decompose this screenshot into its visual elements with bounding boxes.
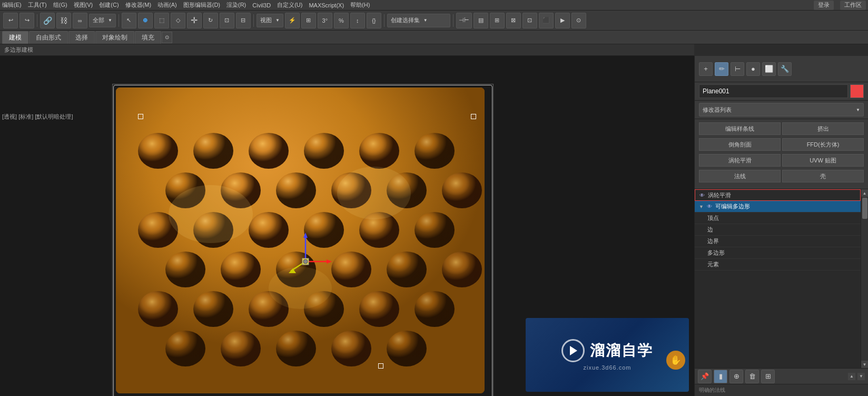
- selection-set-dropdown[interactable]: 创建选择集: [387, 14, 450, 27]
- modifier-element[interactable]: 元素: [695, 259, 861, 271]
- modifier-editable-poly[interactable]: ▼ 👁 可编辑多边形: [695, 201, 861, 213]
- svg-point-29: [359, 291, 399, 327]
- percent-snap[interactable]: %: [334, 13, 349, 28]
- modify-panel-btn[interactable]: ✏: [715, 62, 728, 76]
- select-move-button[interactable]: ⊕: [138, 13, 153, 28]
- tab-paint-deform[interactable]: 对象绘制: [95, 31, 134, 44]
- scroll-up-btn[interactable]: ▲: [861, 189, 869, 197]
- snap-toggle[interactable]: ⊞: [301, 13, 316, 28]
- extrude-btn[interactable]: 挤出: [782, 122, 864, 135]
- angle-snap[interactable]: 3°: [318, 13, 332, 28]
- object-color-swatch[interactable]: [850, 84, 864, 98]
- select-lasso-button[interactable]: ◇: [171, 13, 185, 28]
- render-setup[interactable]: ⬛: [539, 13, 554, 28]
- editable-poly-eye-icon[interactable]: 👁: [707, 204, 712, 209]
- link-button[interactable]: 🔗: [40, 13, 55, 28]
- panel-scroll-up[interactable]: ▲: [848, 373, 855, 380]
- display-btn[interactable]: ⬜: [762, 62, 776, 76]
- redo-button[interactable]: ↪: [19, 13, 34, 28]
- ffd-box-btn[interactable]: FFD(长方体): [782, 138, 864, 151]
- normal-btn[interactable]: 法线: [699, 170, 781, 182]
- uvw-map-btn[interactable]: UVW 贴图: [782, 154, 864, 167]
- chamfer-btn[interactable]: 倒角剖面: [699, 138, 781, 151]
- modifier-edge[interactable]: 边: [695, 224, 861, 236]
- modifier-vertex[interactable]: 顶点: [695, 213, 861, 224]
- svg-point-12: [442, 172, 482, 208]
- modifier-list-dropdown[interactable]: 修改器列表: [699, 103, 864, 117]
- tab-extra[interactable]: ⊙: [162, 32, 172, 43]
- modifier-stack: 👁 涡轮平滑 ▼ 👁 可编辑多边形 顶点 边 边界 多边形: [695, 189, 861, 368]
- spinner-snap[interactable]: ↕: [350, 13, 365, 28]
- menu-edit[interactable]: 编辑(E): [2, 1, 22, 9]
- svg-point-37: [337, 167, 411, 219]
- selection-filter-dropdown[interactable]: 全部: [89, 14, 116, 27]
- menu-tools[interactable]: 工具(T): [28, 1, 47, 9]
- view-dropdown[interactable]: 视图: [257, 14, 283, 27]
- align-button[interactable]: ▤: [474, 13, 488, 28]
- modifier-border[interactable]: 边界: [695, 236, 861, 247]
- tab-select[interactable]: 选择: [68, 31, 95, 44]
- menu-maxscript[interactable]: MAXScript(X): [309, 2, 344, 8]
- object-name-row: [695, 82, 868, 101]
- modifier-turbosmooth[interactable]: 👁 涡轮平滑: [695, 189, 861, 201]
- viewport-label: [透视] [标准] [默认明暗处理]: [2, 113, 73, 121]
- turbosmooth-label: 涡轮平滑: [708, 191, 731, 199]
- percent-button[interactable]: ⚡: [285, 13, 300, 28]
- show-end-result-btn[interactable]: ▮: [714, 370, 727, 383]
- motion-btn[interactable]: ●: [746, 62, 760, 76]
- menu-graph-editor[interactable]: 图形编辑器(D): [183, 1, 220, 9]
- menu-help[interactable]: 帮助(H): [350, 1, 370, 9]
- unlink-button[interactable]: ⛓: [56, 13, 71, 28]
- material-editor[interactable]: ⊡: [522, 13, 537, 28]
- edit-pivot[interactable]: {}: [367, 13, 381, 28]
- login-button[interactable]: 登录: [814, 1, 834, 10]
- object-name-input[interactable]: [699, 84, 848, 98]
- svg-point-23: [387, 252, 427, 287]
- modifier-bottom-toolbar: 📌 ▮ ⊕ 🗑 ⊞ ▲ ▼: [695, 368, 868, 384]
- scale-button[interactable]: ⊡: [220, 13, 234, 28]
- utility-btn[interactable]: 🔧: [778, 62, 792, 76]
- menu-create[interactable]: 创建(C): [99, 1, 119, 9]
- tab-populate[interactable]: 填充: [135, 31, 161, 44]
- menu-modifier[interactable]: 修改器(M): [125, 1, 152, 9]
- create-panel-btn[interactable]: +: [699, 62, 713, 76]
- svg-point-46: [303, 259, 308, 264]
- undo-button[interactable]: ↩: [3, 13, 18, 28]
- pin-modifier-btn[interactable]: 📌: [698, 370, 712, 383]
- menu-group[interactable]: 组(G): [53, 1, 67, 9]
- modifier-polygon[interactable]: 多边形: [695, 247, 861, 259]
- select-region-button[interactable]: ⬚: [154, 13, 169, 28]
- tab-freeform[interactable]: 自由形式: [29, 31, 68, 44]
- panel-scroll-down[interactable]: ▼: [857, 373, 865, 380]
- layer-manager[interactable]: ⊞: [490, 13, 505, 28]
- mirror-button[interactable]: ⊣⊢: [456, 13, 472, 28]
- configure-btn[interactable]: ⊞: [761, 370, 775, 383]
- make-unique-btn[interactable]: ⊕: [729, 370, 743, 383]
- remove-modifier-btn[interactable]: 🗑: [745, 370, 759, 383]
- turbosmooth-eye-icon[interactable]: 👁: [699, 192, 705, 198]
- edit-spline-btn[interactable]: 编辑样条线: [699, 122, 781, 135]
- tab-modeling[interactable]: 建模: [2, 31, 28, 44]
- workspace-dropdown[interactable]: 工作区: [840, 1, 866, 10]
- menu-animation[interactable]: 动画(A): [157, 1, 177, 9]
- schematic-view[interactable]: ⊠: [506, 13, 521, 28]
- move-button[interactable]: ✛: [187, 13, 202, 28]
- svg-point-22: [331, 252, 371, 287]
- scroll-thumb[interactable]: [862, 198, 867, 219]
- turbosmooth-btn[interactable]: 涡轮平滑: [699, 154, 781, 167]
- select-button[interactable]: ↖: [122, 13, 136, 28]
- menu-civil3d[interactable]: Civil3D: [252, 2, 271, 8]
- scale2-button[interactable]: ⊟: [236, 13, 251, 28]
- menu-custom[interactable]: 自定义(U): [277, 1, 302, 9]
- quick-render[interactable]: ⊙: [571, 13, 586, 28]
- scroll-down-btn[interactable]: ▼: [861, 361, 869, 368]
- shell-btn[interactable]: 壳: [782, 170, 864, 182]
- render-frame[interactable]: ▶: [555, 13, 570, 28]
- bind-button[interactable]: ∞: [73, 13, 87, 28]
- menu-view[interactable]: 视图(V): [74, 1, 93, 9]
- rotate-button[interactable]: ↻: [203, 13, 218, 28]
- hand-cursor-icon: ✋: [666, 351, 685, 370]
- hierarchy-btn[interactable]: ⊢: [731, 62, 744, 76]
- menu-render[interactable]: 渲染(R): [226, 1, 246, 9]
- watermark-logo: 溜溜自学: [561, 339, 653, 362]
